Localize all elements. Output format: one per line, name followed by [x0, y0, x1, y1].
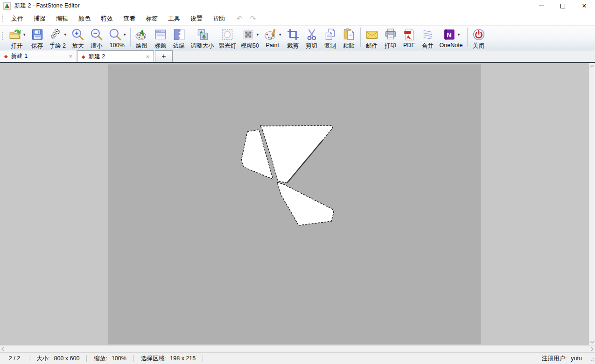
window-controls: ×: [531, 0, 595, 12]
print-icon: [384, 28, 398, 42]
tab-新建 1[interactable]: ◆新建 1×: [0, 50, 77, 62]
zoom-value: 100%: [112, 355, 126, 362]
lasso-selection[interactable]: [108, 64, 481, 344]
toolbar-button-draw[interactable]: A绘图: [133, 26, 151, 50]
menu-item-设置[interactable]: 设置: [185, 13, 208, 25]
toolbar-separator: [360, 28, 361, 47]
menu-item-文件[interactable]: 文件: [6, 13, 28, 25]
toolbar-button-zoom-out[interactable]: 缩小: [87, 26, 106, 50]
toolbar-button-close[interactable]: 关闭: [469, 26, 488, 50]
toolbar-button-edge[interactable]: 边缘: [170, 26, 189, 50]
horizontal-scrollbar[interactable]: [0, 345, 595, 352]
menu-item-颜色[interactable]: 颜色: [73, 13, 96, 25]
crop-icon: [286, 28, 300, 42]
toolbar-button-spotlight[interactable]: 聚光灯: [217, 26, 239, 50]
toolbar-button-crop[interactable]: 裁剪: [284, 26, 302, 50]
toolbar-button-label: 保存: [31, 42, 43, 50]
dropdown-arrow-icon[interactable]: ▾: [64, 32, 67, 37]
cut-icon: [305, 28, 319, 42]
paint-icon: [264, 28, 278, 42]
blur-icon: [241, 28, 255, 42]
toolbar-button-open[interactable]: ▾打开: [6, 26, 28, 50]
menu-item-编辑[interactable]: 编辑: [51, 13, 73, 25]
copy-icon: [323, 28, 337, 42]
dropdown-arrow-icon[interactable]: ▾: [124, 32, 126, 37]
toolbar-button-pdf[interactable]: PDF: [400, 26, 419, 49]
menu-item-捕捉[interactable]: 捕捉: [28, 13, 51, 25]
status-bar: 2 / 2 大小: 800 x 600 缩放: 100% 选择区域: 198 x…: [0, 352, 595, 364]
toolbar-button-zoom-in[interactable]: 放大: [69, 26, 87, 50]
maximize-icon: [560, 4, 565, 8]
toolbar-button-label: PDF: [403, 42, 415, 49]
plus-icon: +: [161, 52, 166, 61]
power-icon: [472, 28, 486, 42]
faststone-logo-icon: [3, 2, 11, 10]
toolbar-button-title[interactable]: 标题: [151, 26, 170, 50]
toolbar-button-label: 缩小: [91, 42, 103, 50]
resize-grip[interactable]: [590, 356, 594, 363]
freehand-icon: [49, 28, 63, 42]
scroll-left-icon[interactable]: [1, 347, 4, 351]
toolbar-button-zoom-100[interactable]: ▾100%: [106, 26, 128, 49]
menu-item-特效[interactable]: 特效: [96, 13, 118, 25]
toolbar-button-label: 绘图: [136, 42, 147, 50]
svg-text:N: N: [447, 31, 452, 39]
tab-close-icon[interactable]: ×: [69, 53, 72, 60]
scroll-up-icon[interactable]: [590, 65, 595, 68]
toolbar-button-print[interactable]: 打印: [381, 26, 400, 50]
dropdown-arrow-icon[interactable]: ▾: [458, 32, 460, 37]
zoom-indicator: 缩放: 100%: [87, 355, 133, 362]
toolbar-button-label: 打印: [385, 42, 396, 50]
add-tab-button[interactable]: +: [155, 50, 173, 62]
toolbar-button-save[interactable]: 保存: [28, 26, 47, 50]
scroll-right-icon[interactable]: [591, 347, 594, 351]
dropdown-arrow-icon[interactable]: ▾: [257, 32, 259, 37]
toolbar-button-label: 复制: [324, 42, 336, 50]
minimize-icon: [539, 6, 544, 6]
toolbar-button-label: 聚光灯: [219, 42, 237, 50]
toolbar-separator: [130, 28, 131, 47]
maximize-button[interactable]: [552, 0, 574, 12]
toolbar-button-resize[interactable]: 调整大小: [189, 26, 217, 50]
toolbar-button-cut[interactable]: 剪切: [302, 26, 321, 50]
app-window: 新建 2 - FastStone Editor × 文件捕捉编辑颜色特效查看标签…: [0, 0, 595, 364]
tab-close-icon[interactable]: ×: [146, 53, 149, 60]
dropdown-arrow-icon[interactable]: ▾: [279, 32, 281, 37]
size-label: 大小:: [36, 355, 49, 363]
menubar-items: 文件捕捉编辑颜色特效查看标签工具设置帮助: [6, 13, 230, 25]
toolbar-button-freehand[interactable]: ▾手绘 2: [47, 26, 69, 50]
dropdown-arrow-icon[interactable]: ▾: [23, 32, 26, 37]
minimize-button[interactable]: [531, 0, 552, 12]
undo-icon[interactable]: ↶: [233, 14, 246, 23]
vertical-scrollbar[interactable]: [589, 63, 595, 345]
toolbar-button-label: OneNote: [440, 42, 463, 49]
toolbar-button-onenote[interactable]: N▾OneNote: [437, 26, 465, 49]
toolbar-button-copy[interactable]: 复制: [321, 26, 340, 50]
close-button[interactable]: ×: [574, 0, 595, 12]
toolbar-button-paint[interactable]: ▾Paint: [261, 26, 284, 49]
tab-label: 新建 2: [89, 53, 105, 61]
resize-icon: [196, 28, 210, 42]
toolbar-button-mail[interactable]: 邮件: [363, 26, 381, 50]
selection-value: 198 x 215: [170, 355, 196, 362]
toolbar-button-merge[interactable]: 合并: [419, 26, 437, 50]
toolbar-button-label: 手绘 2: [49, 42, 66, 50]
tab-新建 2[interactable]: ◆新建 2×: [77, 50, 154, 62]
zoom-out-icon: [90, 28, 104, 42]
redo-icon[interactable]: ↷: [246, 14, 260, 23]
menu-item-查看[interactable]: 查看: [118, 13, 140, 25]
scroll-down-icon[interactable]: [590, 341, 595, 343]
image-canvas[interactable]: [108, 64, 481, 344]
toolbar-button-blur50[interactable]: ▾模糊50: [238, 26, 261, 50]
toolbar-button-paste[interactable]: 粘贴: [340, 26, 358, 50]
status-separator: [203, 355, 203, 362]
window-title: 新建 2 - FastStone Editor: [14, 2, 80, 10]
toolbar-button-label: 剪切: [306, 42, 317, 50]
toolbar-button-label: 合并: [422, 42, 434, 50]
tab-label: 新建 1: [11, 52, 28, 60]
menu-item-标签[interactable]: 标签: [140, 13, 163, 25]
mail-icon: [365, 28, 379, 42]
menu-item-工具[interactable]: 工具: [163, 13, 185, 25]
tabbar-tabs: ◆新建 1×◆新建 2×: [0, 50, 154, 62]
menu-item-帮助[interactable]: 帮助: [208, 13, 230, 25]
